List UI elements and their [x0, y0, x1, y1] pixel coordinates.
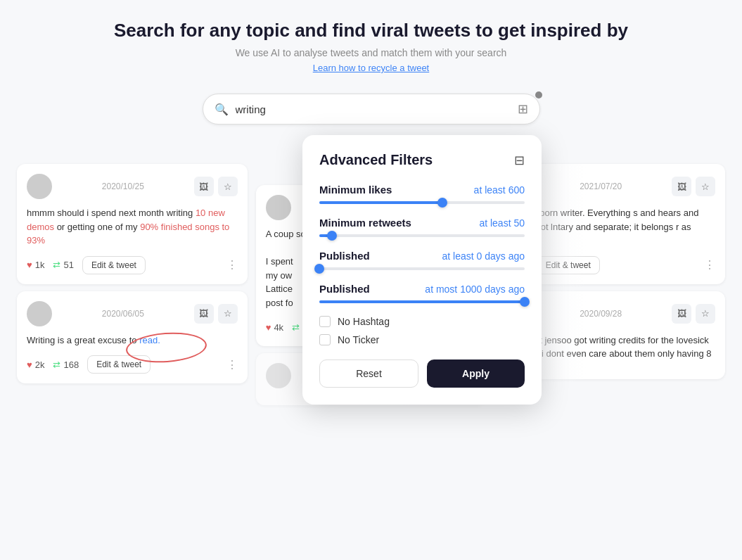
- tweet-date: 2020/10/25: [102, 182, 144, 191]
- filter-retweets-label: Minimum retweets: [319, 217, 411, 229]
- filter-published-min: Published at least 0 days ago: [319, 250, 525, 270]
- retweet-stat: ⇄ 168: [53, 359, 79, 370]
- filter-label-row: Minimum likes at least 600: [319, 184, 525, 196]
- published-max-slider-fill: [319, 300, 525, 303]
- tweet-text: Writing is a great excuse to read.: [27, 333, 238, 348]
- advanced-filters-modal: Advanced Filters ⊟ Minimum likes at leas…: [302, 135, 542, 405]
- filter-likes-value: at least 600: [474, 184, 525, 196]
- no-hashtag-row: No Hashtag: [319, 316, 525, 327]
- no-hashtag-label: No Hashtag: [338, 316, 390, 327]
- card-footer: ♥ 2k ⇄ 168 Edit & tweet ⋮: [27, 355, 238, 374]
- like-stat: ♥ 2k: [27, 359, 44, 370]
- like-count: 2k: [35, 359, 45, 370]
- more-options-icon[interactable]: ⋮: [226, 258, 238, 272]
- filter-dot: [535, 91, 542, 98]
- highlight-text-2: 90% finished songs to 93%: [27, 222, 229, 246]
- card-header: 2020/10/25 🖼 ☆: [27, 174, 238, 199]
- avatar: [266, 195, 291, 220]
- filter-label-row: Published at least 0 days ago: [319, 250, 525, 262]
- page-header: Search for any topic and find viral twee…: [0, 0, 742, 87]
- avatar: [27, 174, 52, 199]
- retweet-icon: ⇄: [53, 359, 60, 370]
- heart-icon: ♥: [266, 322, 271, 333]
- filter-published-max-label: Published: [319, 283, 370, 295]
- tweet-card-2: 2020/06/05 🖼 ☆ Writing is a great excuse…: [17, 291, 248, 384]
- retweets-slider-track[interactable]: [319, 234, 525, 237]
- likes-slider-fill: [319, 201, 442, 204]
- retweet-icon: ⇄: [53, 260, 60, 270]
- filter-label-row: Published at most 1000 days ago: [319, 283, 525, 295]
- published-min-slider-track[interactable]: [319, 267, 525, 270]
- more-options-icon[interactable]: ⋮: [226, 358, 238, 371]
- modal-buttons: Reset Apply: [319, 359, 525, 388]
- page-title: Search for any topic and find viral twee…: [0, 20, 742, 42]
- card-image-button[interactable]: 🖼: [194, 304, 214, 324]
- retweet-count: 51: [63, 260, 73, 270]
- like-count: 4k: [274, 322, 283, 333]
- filter-published-min-label: Published: [319, 250, 370, 262]
- filter-label-row: Minimum retweets at least 50: [319, 217, 525, 229]
- heart-icon: ♥: [27, 260, 32, 270]
- card-footer: ♥ 1k ⇄ 51 Edit & tweet ⋮: [27, 256, 238, 274]
- card-star-button[interactable]: ☆: [696, 304, 715, 324]
- tweet-card-1: 2020/10/25 🖼 ☆ hmmm should i spend next …: [17, 164, 248, 284]
- retweet-icon: ⇄: [292, 322, 300, 333]
- filter-published-min-value: at least 0 days ago: [442, 250, 525, 262]
- retweets-slider-thumb[interactable]: [327, 231, 337, 241]
- filter-published-max-value: at most 1000 days ago: [425, 284, 525, 295]
- published-min-slider-thumb[interactable]: [314, 264, 324, 274]
- modal-header: Advanced Filters ⊟: [319, 152, 525, 168]
- filter-icon[interactable]: ⊞: [518, 101, 528, 117]
- card-header: 2020/06/05 🖼 ☆: [27, 301, 238, 326]
- reset-button[interactable]: Reset: [319, 359, 418, 388]
- retweet-count: 168: [63, 359, 79, 370]
- filter-min-retweets: Minimum retweets at least 50: [319, 217, 525, 237]
- card-actions: 🖼 ☆: [672, 177, 715, 196]
- filter-retweets-value: at least 50: [479, 217, 525, 229]
- published-max-slider-thumb[interactable]: [520, 297, 530, 307]
- edit-tweet-button[interactable]: Edit & tweet: [82, 256, 146, 274]
- likes-slider-thumb[interactable]: [437, 198, 447, 208]
- page-subtitle: We use AI to analyse tweets and match th…: [0, 47, 742, 58]
- card-image-button[interactable]: 🖼: [194, 177, 214, 196]
- search-input[interactable]: [236, 103, 518, 115]
- modal-title: Advanced Filters: [319, 152, 433, 168]
- card-star-button[interactable]: ☆: [218, 177, 238, 196]
- card-image-button[interactable]: 🖼: [672, 304, 691, 324]
- search-area: 🔍 ⊞: [0, 94, 742, 125]
- published-max-slider-track[interactable]: [319, 300, 525, 303]
- like-stat: ♥ 1k: [27, 260, 44, 270]
- link-text: read.: [139, 335, 160, 345]
- filter-min-likes: Minimum likes at least 600: [319, 184, 525, 204]
- likes-slider-track[interactable]: [319, 201, 525, 204]
- card-image-button[interactable]: 🖼: [672, 177, 691, 196]
- tweet-date: 2021/07/20: [580, 182, 622, 191]
- card-actions: 🖼 ☆: [194, 304, 238, 324]
- learn-link[interactable]: Learn how to recycle a tweet: [313, 63, 429, 73]
- tweet-date: 2020/06/05: [102, 309, 144, 319]
- more-options-icon[interactable]: ⋮: [704, 258, 715, 272]
- avatar: [27, 301, 52, 326]
- filter-published-max: Published at most 1000 days ago: [319, 283, 525, 303]
- no-ticker-row: No Ticker: [319, 334, 525, 345]
- card-actions: 🖼 ☆: [672, 304, 715, 324]
- edit-tweet-button[interactable]: Edit & tweet: [87, 355, 151, 374]
- retweet-stat: ⇄ 51: [53, 260, 73, 270]
- no-hashtag-checkbox[interactable]: [319, 316, 331, 327]
- card-star-button[interactable]: ☆: [218, 304, 238, 324]
- card-actions: 🖼 ☆: [194, 177, 238, 196]
- no-ticker-checkbox[interactable]: [319, 334, 331, 345]
- search-icon: 🔍: [215, 103, 229, 116]
- tweet-date: 2020/09/28: [580, 309, 622, 319]
- card-star-button[interactable]: ☆: [696, 177, 715, 196]
- avatar: [266, 363, 291, 388]
- filter-likes-label: Minimum likes: [319, 184, 392, 196]
- like-count: 1k: [35, 260, 45, 270]
- tweet-text: hmmm should i spend next month writing 1…: [27, 206, 238, 248]
- apply-button[interactable]: Apply: [427, 359, 525, 388]
- no-ticker-label: No Ticker: [338, 334, 379, 345]
- cards-column-1: 2020/10/25 🖼 ☆ hmmm should i spend next …: [17, 164, 248, 405]
- edit-tweet-button[interactable]: Edit & tweet: [537, 256, 600, 274]
- heart-icon: ♥: [27, 359, 32, 370]
- filter-sliders-icon: ⊟: [514, 153, 525, 168]
